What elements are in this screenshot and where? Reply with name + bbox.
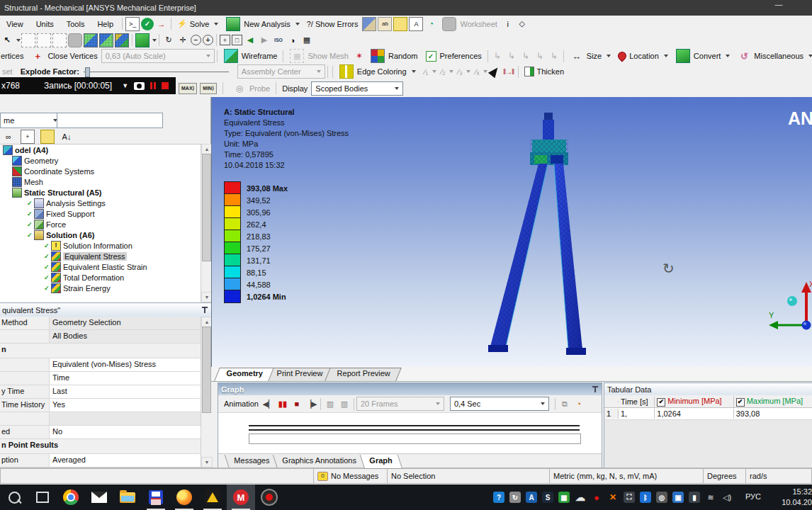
details-row[interactable]: edNo [0,426,201,439]
tray-volume-icon[interactable]: ◁) [721,492,733,503]
menu-tools[interactable]: Tools [60,20,91,28]
taskbar-app-mega[interactable]: M [227,484,255,510]
taskbar-app-task-view[interactable] [28,484,57,510]
details-scrollbar[interactable]: ▲▼ [201,317,211,468]
explode-factor-slider[interactable] [84,67,229,76]
language-indicator[interactable]: РУС [745,492,761,501]
viewport-layout-icon[interactable]: ▦ [300,34,313,47]
taskbar-app-chrome[interactable] [57,484,85,510]
vertices-button[interactable]: ertices [0,49,27,63]
box-select-3-icon[interactable] [52,33,67,47]
filter-input[interactable] [57,113,163,128]
iso-view-icon[interactable]: ISO [272,34,285,47]
tree-item[interactable]: odel (A4) [0,144,201,155]
worksheet-button[interactable]: Worksheet [438,17,500,31]
messages-status[interactable]: 0 No Messages [314,468,388,484]
details-property-value[interactable]: All Bodies [50,330,201,343]
details-property-value[interactable]: Last [50,385,201,398]
tray-onedrive-icon[interactable]: ☁ [575,492,586,503]
table-row[interactable]: 11,1,0264393,08 [604,408,812,420]
edge-direction-3-icon[interactable]: ∕₃ [454,65,467,78]
triad[interactable]: Y X [767,280,812,336]
tree-item[interactable]: ✓!Solution Information [0,240,201,251]
probe-button[interactable]: ◎ Probe [229,81,274,96]
preferences-button[interactable]: ✓ Preferences [422,49,485,63]
tab-graph[interactable]: Graph [359,455,402,469]
note-icon[interactable] [393,17,407,31]
details-property-value[interactable]: Equivalent (von-Mises) Stress [50,358,201,371]
location-button[interactable]: Location [614,49,672,63]
dart-icon[interactable] [488,65,501,78]
tray-steam-icon[interactable]: S [542,492,553,503]
selection-info-icon[interactable]: i [502,18,514,30]
timeline-track[interactable] [249,434,581,444]
edge-tool-5-icon[interactable]: ↳ [548,50,560,62]
taskbar-app-mail[interactable] [85,484,113,510]
tag-icon[interactable]: ◇ [516,18,529,30]
folder-icon[interactable] [40,130,55,144]
tray-display-icon[interactable]: ▦ [558,492,570,503]
next-view-icon[interactable]: ▶ [258,34,271,47]
tab-report-preview[interactable]: Report Preview [325,368,402,381]
assembly-center-dropdown[interactable]: Assembly Center [237,64,325,79]
tree-scrollbar[interactable]: ▲▼ [201,144,211,302]
tree-item[interactable]: Geometry [0,155,201,166]
details-row[interactable]: Equivalent (von-Mises) Stress [0,358,201,372]
taskbar-app-firefox[interactable] [170,484,198,510]
details-pin-icon[interactable] [202,307,208,313]
lasso-select-icon[interactable] [68,33,82,47]
tab-geometry[interactable]: Geometry [214,368,274,381]
auto-scale-dropdown[interactable]: 0,63 (Auto Scale) [101,49,215,63]
expand-icon[interactable]: ∞ [2,130,15,143]
details-row[interactable]: ptionAveraged [0,454,201,468]
tab-print-preview[interactable]: Print Preview [265,368,334,381]
details-row[interactable]: MethodGeometry Selection [0,317,201,330]
taskbar-app-search[interactable] [0,484,28,510]
edge-direction-x-icon[interactable]: ∕ₓ [471,65,484,78]
next-frame-icon[interactable]: ▕▶ [305,397,317,410]
convert-button[interactable]: Convert [672,49,734,63]
edge-direction-1-icon[interactable]: ∕₁ [420,65,433,78]
result-chart-icon[interactable]: ◔ [424,18,437,30]
edge-tool-4-icon[interactable]: ↳ [534,50,546,62]
result-sets-icon[interactable]: ▥ [324,397,337,410]
menu-view[interactable]: View [0,20,30,28]
tree-item[interactable]: ✓Fixed Support [0,208,201,219]
tray-help-icon[interactable]: ? [493,492,504,503]
details-property-value[interactable]: Time [50,372,201,385]
details-property-value[interactable]: No [50,426,201,438]
show-mesh-button[interactable]: ▦ Show Mesh [286,49,351,63]
tray-steelseries-icon[interactable]: ◎ [656,492,667,503]
taskbar-app-explorer[interactable] [113,484,142,510]
checkbox-icon[interactable]: ✔ [657,398,665,407]
menu-units[interactable]: Units [30,20,60,28]
tray-network-pc-icon[interactable]: ▣ [672,492,684,503]
command-prompt-icon[interactable]: >_ [125,17,140,31]
details-property-value[interactable]: Yes [50,399,201,412]
tray-wifi-icon[interactable]: ≋ [705,492,716,503]
zoom-in-icon[interactable]: + [203,35,213,45]
display-button[interactable]: Display [278,81,311,96]
tree-item[interactable]: ✓Solution (A6) [0,230,201,240]
label-check-icon[interactable]: ab [378,17,392,31]
details-property-value[interactable]: Averaged [50,454,201,467]
pointer-mode-icon[interactable]: ↖ [1,34,13,47]
dropdown-icon[interactable]: ▼ [122,82,128,89]
min-annotation-button[interactable]: MIN⟩ [200,83,217,94]
tree-item[interactable]: ✓Total Deformation [0,272,201,283]
taskbar-app-ansys[interactable] [198,484,227,510]
box-select-2-icon[interactable] [37,33,51,47]
zoom-fit-icon[interactable]: □ [232,35,242,45]
edge-tool-3-icon[interactable]: ↳ [519,50,532,62]
tray-update-icon[interactable]: ↻ [509,492,521,503]
tray-autodesk-icon[interactable]: A [526,492,537,503]
extend-icon[interactable]: ‖→‖ [502,65,515,78]
previous-frame-icon[interactable]: ◀▏ [262,397,275,410]
reset-button[interactable]: set [0,64,16,79]
details-row[interactable]: Time HistoryYes [0,399,201,412]
clock[interactable]: 15:3210.04.20 [764,487,812,508]
menu-help[interactable]: Help [91,20,120,28]
angle-status[interactable]: Degrees [704,468,746,484]
pan-icon[interactable]: ✛ [176,34,189,47]
tree-item[interactable]: Static Structural (A5) [0,187,201,198]
